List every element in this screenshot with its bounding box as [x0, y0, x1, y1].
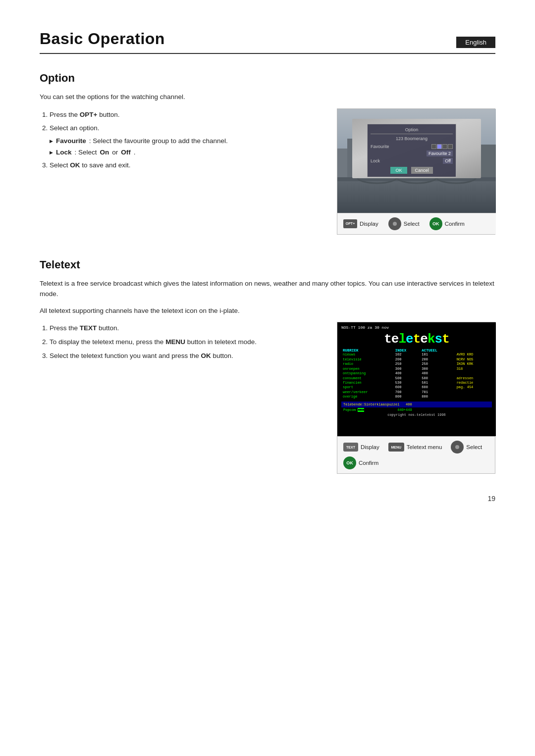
tt-select-label: Select — [466, 444, 482, 450]
table-row: nieuws102101AVRO KRO — [341, 353, 492, 357]
lock-value: Off — [443, 158, 453, 164]
teletext-step-1: Press the TEXT button. — [50, 322, 322, 335]
tt-table-header-row: RUBRIEK INDEX ACTUEEL — [341, 349, 492, 353]
tt-logo-t: t — [384, 332, 391, 347]
tt-table: RUBRIEK INDEX ACTUEEL nieuws102101AVRO K… — [341, 349, 492, 399]
page-number: 19 — [487, 495, 495, 503]
tt-logo-k: k — [428, 332, 435, 347]
tt-table-body: nieuws102101AVRO KRO televisie200200NCRV… — [341, 353, 492, 399]
dialog-title: Option — [371, 127, 453, 134]
option-control-bar: OPT+ Display Select OK Confirm — [337, 213, 496, 234]
tt-ctrl-select: Select — [451, 441, 482, 454]
select-label: Select — [404, 221, 420, 227]
tt-footer: Telebende:Sinterklaaspuzzel 400 — [341, 402, 492, 407]
ok-button[interactable]: OK — [429, 217, 442, 230]
table-row: financien530501redactie — [341, 381, 492, 385]
tt-copyright: copyright nos-teletekst 1996 — [341, 413, 492, 417]
tt-col-extra — [455, 349, 492, 353]
table-row: onroepen300300318 — [341, 367, 492, 371]
on-bold: On — [100, 147, 109, 158]
table-row: consument500500adressen — [341, 376, 492, 381]
table-row: weer/verkeer700701 — [341, 390, 492, 395]
teletext-control-bar: TEXT Display MENU Teletext menu Select — [337, 436, 495, 473]
table-row: radio250250IKON KRK — [341, 362, 492, 366]
fav-icon-2 — [437, 144, 442, 149]
svg-rect-2 — [347, 139, 362, 178]
table-row: ontspanning400400 — [341, 371, 492, 376]
option-steps: Press the OPT+ button. Select an option.… — [40, 108, 322, 172]
menu-bold: MENU — [165, 338, 185, 346]
lock-label-dialog: Lock — [371, 158, 380, 163]
tt-ctrl-row2: OK Confirm — [343, 456, 489, 469]
page-header: Basic Operation English — [40, 30, 495, 54]
tt-footer2: Popcom ■■■ 440+449 — [341, 407, 492, 412]
option-image: Option 123 Boomerang Favourite — [337, 109, 496, 213]
dialog-ok-button[interactable]: OK — [390, 167, 407, 174]
tt-highlight: ■■■ — [358, 408, 364, 412]
opt-plus-button[interactable]: OPT+ — [343, 219, 357, 228]
dialog-buttons: OK Cancel — [371, 167, 453, 174]
tt-logo-l: l — [398, 332, 406, 347]
table-row: sport600600pag. 454 — [341, 385, 492, 390]
ctrl-display: OPT+ Display — [343, 219, 378, 228]
lock-bold: Lock — [56, 147, 72, 158]
fav-icon-3 — [442, 144, 447, 149]
ok-bold-tt: OK — [201, 352, 211, 359]
text-button[interactable]: TEXT — [343, 443, 358, 452]
tt-logo-t2: t — [413, 332, 421, 347]
tt-ctrl-row1: TEXT Display MENU Teletext menu Select — [343, 441, 489, 454]
favourite-bold: Favourite — [56, 136, 86, 147]
option-step-2: Select an option. Favourite: Select the … — [50, 122, 322, 158]
svg-rect-7 — [456, 136, 469, 178]
table-row: overige800800 — [341, 395, 492, 399]
tt-logo: teletekst — [341, 332, 492, 347]
teletext-image: NOS-TT 100 za 30 nov teletekst RUBRIEK I… — [337, 322, 496, 436]
tt-logo-e: e — [391, 332, 399, 347]
page-title: Basic Operation — [40, 30, 165, 48]
teletext-section: Teletext Teletext is a free service broa… — [40, 258, 495, 474]
option-dialog: Option 123 Boomerang Favourite — [367, 124, 456, 177]
teletext-heading: Teletext — [40, 258, 495, 271]
dialog-fav-value: Favourite 2 — [371, 151, 453, 156]
teletext-instructions: Press the TEXT button. To display the te… — [40, 322, 322, 363]
teletext-desc2: All teletext supporting channels have th… — [40, 305, 495, 316]
dialog-channel: 123 Boomerang — [371, 136, 453, 141]
teletext-steps: Press the TEXT button. To display the te… — [40, 322, 322, 362]
opt-bold: OPT+ — [80, 111, 98, 118]
tt-confirm-label: Confirm — [359, 460, 378, 466]
fav-icon-1 — [431, 144, 436, 149]
language-badge: English — [456, 37, 495, 48]
option-step-1: Press the OPT+ button. — [50, 108, 322, 121]
tt-logo-t3: t — [442, 332, 449, 347]
off-bold: Off — [121, 147, 131, 158]
confirm-label: Confirm — [445, 221, 465, 227]
option-sub-list: Favourite: Select the favourite group to… — [50, 136, 322, 158]
option-instructions: Press the OPT+ button. Select an option.… — [40, 108, 322, 173]
option-description: You can set the options for the watching… — [40, 92, 495, 102]
tt-menu-label: Teletext menu — [407, 444, 442, 450]
display-label: Display — [360, 221, 378, 227]
tt-ctrl-display: TEXT Display — [343, 443, 379, 452]
dialog-favourite-row: Favourite — [371, 144, 453, 149]
tt-logo-s: s — [435, 332, 442, 347]
menu-button[interactable]: MENU — [388, 443, 404, 452]
svg-rect-8 — [474, 145, 496, 178]
teletext-body: Press the TEXT button. To display the te… — [40, 322, 495, 474]
option-screenshot: Option 123 Boomerang Favourite — [337, 108, 495, 235]
tt-header-text: NOS-TT 100 za 30 nov — [341, 325, 389, 330]
option-sub-favourite: Favourite: Select the favourite group to… — [50, 136, 322, 147]
tt-header: NOS-TT 100 za 30 nov — [341, 325, 492, 330]
favourite-label: Favourite — [371, 144, 389, 149]
tt-ok-button[interactable]: OK — [343, 456, 356, 469]
tt-col-index: INDEX — [394, 349, 420, 353]
tt-display-label: Display — [361, 444, 379, 450]
tt-logo-e2: e — [406, 332, 413, 347]
fav-icon-4 — [448, 144, 453, 149]
nav-button[interactable] — [388, 217, 401, 230]
teletext-step-2: To display the teletext menu, press the … — [50, 336, 322, 349]
tt-nav-button[interactable] — [451, 441, 464, 454]
option-step-3: Select OK to save and exit. — [50, 159, 322, 172]
option-body: Press the OPT+ button. Select an option.… — [40, 108, 495, 235]
dialog-cancel-button[interactable]: Cancel — [411, 167, 433, 174]
fav-icons — [431, 144, 453, 149]
